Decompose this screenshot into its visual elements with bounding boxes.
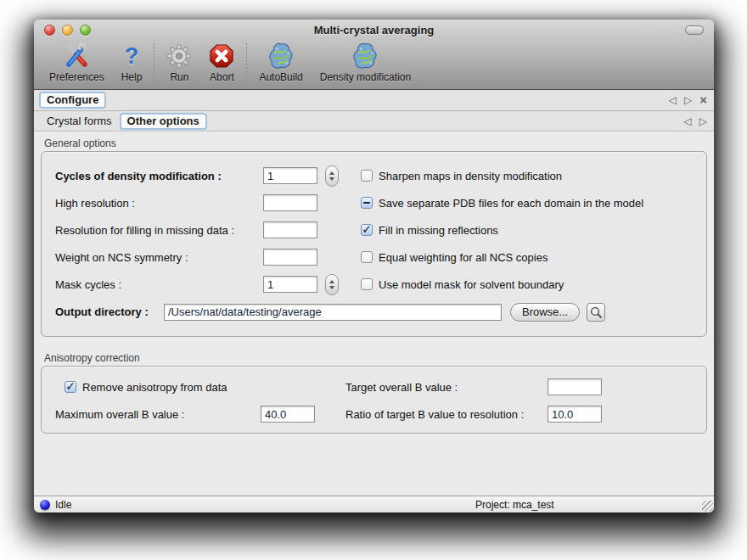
window-title: Multi-crystal averaging bbox=[34, 24, 714, 36]
toolbar-separator bbox=[154, 43, 154, 84]
tab-scroll-right-icon[interactable]: ▷ bbox=[699, 116, 707, 126]
max-b-value-input[interactable] bbox=[261, 406, 315, 423]
abort-button[interactable]: Abort bbox=[200, 41, 243, 83]
resolution-filling-input[interactable] bbox=[263, 221, 317, 238]
output-directory-input[interactable] bbox=[164, 304, 502, 321]
tab-scroll-left-icon[interactable]: ◁ bbox=[684, 116, 692, 126]
field-label-high-resolution: High resolution : bbox=[55, 197, 263, 210]
checkbox-label: Use model mask for solvent boundary bbox=[379, 278, 564, 291]
model-mask-checkbox[interactable] bbox=[361, 278, 373, 290]
sub-tab-strip: Crystal forms Other options ◁ ▷ bbox=[34, 111, 714, 132]
close-window-button[interactable] bbox=[44, 25, 55, 36]
checkbox-label: Save separate PDB files for each domain … bbox=[379, 197, 643, 210]
app-window: Multi-crystal averaging Preferences bbox=[34, 20, 714, 512]
cycles-density-modification-input[interactable] bbox=[263, 167, 317, 184]
resize-grip[interactable] bbox=[702, 501, 713, 512]
open-folder-button[interactable] bbox=[587, 303, 605, 322]
spin-up-icon[interactable] bbox=[329, 280, 334, 283]
zoom-window-button[interactable] bbox=[80, 25, 91, 36]
checkbox-label: Sharpen maps in density modification bbox=[379, 170, 562, 182]
high-resolution-input[interactable] bbox=[263, 194, 317, 211]
field-label-target-b-value: Target overall B value : bbox=[345, 381, 548, 394]
spin-down-icon[interactable] bbox=[329, 177, 334, 181]
preferences-button[interactable]: Preferences bbox=[41, 41, 113, 83]
stop-icon bbox=[209, 42, 234, 70]
save-separate-pdb-checkbox[interactable] bbox=[361, 197, 373, 209]
gear-icon bbox=[166, 42, 192, 70]
form-row: Weight on NCS symmetry : Equal weighting… bbox=[55, 248, 706, 266]
field-label-mask-cycles: Mask cycles : bbox=[55, 278, 263, 291]
status-text: Idle bbox=[55, 499, 71, 511]
field-label-cycles-density-modification: Cycles of density modification : bbox=[55, 170, 263, 182]
density-modification-button[interactable]: Density modification bbox=[312, 41, 419, 83]
checkbox-label: Remove anisotropy from data bbox=[82, 381, 227, 394]
equal-weighting-checkbox[interactable] bbox=[361, 251, 373, 263]
form-row: Cycles of density modification : Sharpen… bbox=[55, 166, 706, 185]
run-button[interactable]: Run bbox=[158, 41, 200, 83]
form-row: Maximum overall B value : Ratio of targe… bbox=[55, 405, 706, 423]
tab-strip-controls: ◁ ▷ × bbox=[669, 90, 707, 110]
spin-down-icon[interactable] bbox=[329, 286, 334, 289]
window-header: Multi-crystal averaging Preferences bbox=[34, 20, 714, 90]
checkbox-label: Equal weighting for all NCS copies bbox=[379, 251, 548, 264]
browse-button[interactable]: Browse... bbox=[510, 303, 580, 322]
toolbar-item-label: Density modification bbox=[320, 71, 411, 83]
magnifier-icon bbox=[589, 305, 603, 319]
options-panel: General options Cycles of density modifi… bbox=[34, 132, 714, 496]
toolbar-item-label: Help bbox=[121, 71, 143, 83]
toolbar-item-label: Run bbox=[170, 71, 188, 83]
tab-scroll-right-icon[interactable]: ▷ bbox=[684, 95, 692, 105]
toolbar-toggle-button[interactable] bbox=[685, 25, 704, 35]
sub-tab-strip-controls: ◁ ▷ bbox=[684, 111, 707, 131]
tab-other-options[interactable]: Other options bbox=[120, 113, 207, 130]
form-row: Resolution for filling in missing data :… bbox=[55, 221, 706, 239]
title-bar[interactable]: Multi-crystal averaging bbox=[34, 20, 714, 41]
protein-model-icon bbox=[352, 42, 378, 70]
field-label-resolution-filling: Resolution for filling in missing data : bbox=[55, 224, 263, 237]
general-options-group: Cycles of density modification : Sharpen… bbox=[41, 151, 707, 337]
section-title-general-options: General options bbox=[44, 137, 707, 149]
weight-ncs-input[interactable] bbox=[263, 249, 317, 266]
form-row: High resolution : Save separate PDB file… bbox=[55, 193, 706, 212]
toolbar-item-label: Abort bbox=[210, 71, 234, 83]
notebook-tab-strip: Configure ◁ ▷ × bbox=[34, 90, 714, 111]
tab-crystal-forms[interactable]: Crystal forms bbox=[39, 114, 120, 129]
ratio-b-resolution-input[interactable] bbox=[548, 406, 602, 423]
field-label-max-b-value: Maximum overall B value : bbox=[55, 408, 261, 421]
field-label-output-directory: Output directory : bbox=[55, 305, 164, 318]
toolbar-item-label: Preferences bbox=[49, 71, 104, 83]
question-mark-icon: ? bbox=[125, 42, 139, 70]
help-button[interactable]: ? Help bbox=[113, 41, 151, 83]
project-label: Project: mca_test bbox=[475, 499, 554, 511]
target-b-value-input[interactable] bbox=[548, 378, 602, 395]
fill-missing-reflections-checkbox[interactable] bbox=[361, 224, 373, 236]
spinner-control bbox=[325, 274, 339, 295]
anisotropy-correction-group: Remove anisotropy from data Target overa… bbox=[41, 366, 707, 434]
traffic-lights bbox=[44, 25, 91, 36]
tab-close-icon[interactable]: × bbox=[699, 93, 707, 106]
checkbox-label: Fill in missing reflections bbox=[379, 224, 498, 237]
autobuild-button[interactable]: AutoBuild bbox=[250, 41, 311, 83]
field-label-weight-ncs: Weight on NCS symmetry : bbox=[55, 251, 263, 264]
field-label-ratio-b-resolution: Ratio of target B value to resolution : bbox=[345, 408, 548, 421]
remove-anisotropy-checkbox[interactable] bbox=[65, 381, 76, 393]
toolbar-item-label: AutoBuild bbox=[259, 71, 302, 83]
spin-up-icon[interactable] bbox=[329, 171, 334, 175]
output-directory-row: Output directory : Browse... bbox=[55, 302, 706, 322]
mask-cycles-input[interactable] bbox=[263, 276, 317, 293]
tools-icon bbox=[63, 42, 90, 70]
toolbar: Preferences ? Help bbox=[34, 41, 714, 89]
status-indicator-icon bbox=[40, 500, 50, 510]
form-row: Remove anisotropy from data Target overa… bbox=[55, 378, 706, 396]
tab-scroll-left-icon[interactable]: ◁ bbox=[669, 95, 677, 105]
form-row: Mask cycles : Use model mask for solvent… bbox=[55, 275, 706, 294]
status-bar: Idle Project: mca_test bbox=[34, 496, 714, 512]
section-title-anisotropy: Anisotropy correction bbox=[44, 352, 707, 364]
spinner-control bbox=[325, 165, 339, 187]
tab-configure[interactable]: Configure bbox=[39, 92, 106, 109]
minimize-window-button[interactable] bbox=[62, 25, 73, 36]
toolbar-separator bbox=[246, 43, 247, 84]
sharpen-maps-checkbox[interactable] bbox=[361, 170, 373, 182]
protein-model-icon bbox=[268, 42, 294, 70]
